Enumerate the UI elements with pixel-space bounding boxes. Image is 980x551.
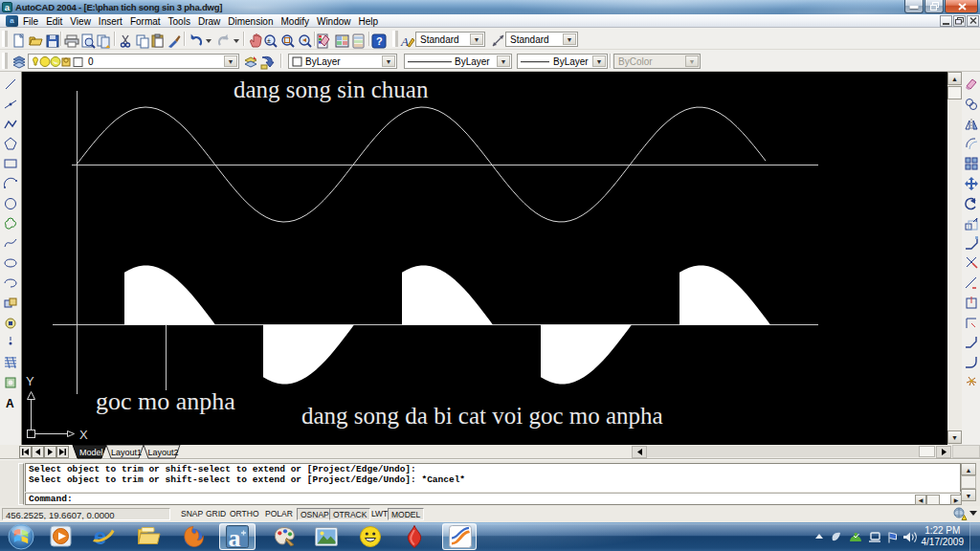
svg-text:Y: Y — [26, 374, 34, 388]
svg-text:dang song da bi cat voi goc mo: dang song da bi cat voi goc mo anpha — [301, 403, 663, 429]
svg-text:Model: Model — [79, 448, 103, 457]
svg-text:?: ? — [376, 35, 383, 47]
svg-text:e: e — [94, 524, 106, 549]
svg-text:a: a — [229, 524, 241, 549]
svg-text:Layout2: Layout2 — [148, 448, 179, 457]
svg-text:dang song sin chuan: dang song sin chuan — [234, 77, 429, 102]
svg-text:A: A — [400, 34, 409, 49]
svg-text:goc mo anpha: goc mo anpha — [96, 387, 235, 415]
svg-text:A: A — [6, 397, 14, 410]
svg-text:X: X — [79, 428, 88, 442]
svg-text:±: ± — [267, 37, 271, 44]
svg-text:Layout1: Layout1 — [111, 448, 142, 457]
